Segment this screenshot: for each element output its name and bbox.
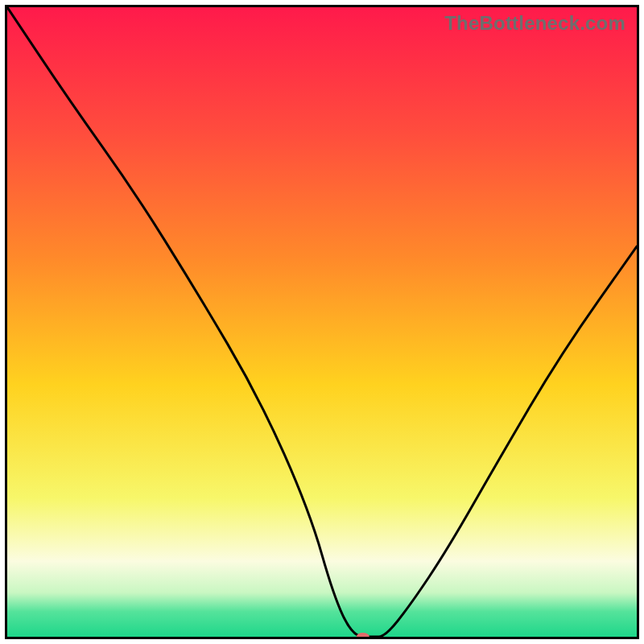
bottleneck-chart (7, 7, 637, 637)
watermark-text: TheBottleneck.com (444, 12, 625, 35)
chart-frame: TheBottleneck.com (5, 5, 639, 639)
chart-background (7, 7, 637, 637)
